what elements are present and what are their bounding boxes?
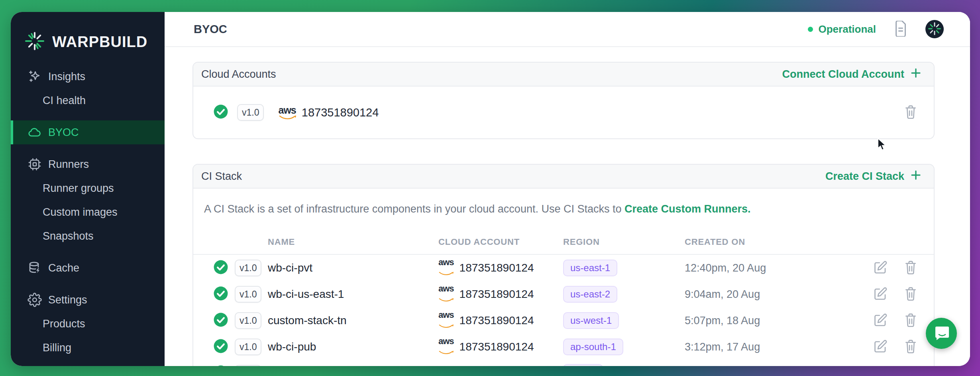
status-badge[interactable]: Operational	[808, 23, 876, 35]
region-badge: us-east-1	[563, 260, 617, 276]
version-badge: v1.0	[235, 286, 261, 303]
created-on: 12:40pm, 20 Aug	[685, 262, 870, 274]
created-on: 5:07pm, 18 Aug	[685, 315, 870, 327]
cloud-account-row: v1.0 aws 187351890124	[193, 87, 934, 138]
region-badge	[563, 364, 603, 366]
ci-stack-row: v1.0custom-stack-tnaws187351890124us-wes…	[193, 307, 934, 334]
version-badge: v1.0	[235, 260, 261, 276]
ci-stack-row: v1.0	[193, 360, 934, 366]
edit-stack-button[interactable]	[873, 287, 888, 302]
edit-icon	[873, 260, 888, 276]
ci-stack-description: A CI Stack is a set of infrastructure co…	[193, 189, 934, 216]
avatar[interactable]	[925, 20, 944, 38]
version-badge: v1.0	[237, 104, 264, 121]
plus-icon	[910, 169, 922, 184]
region-badge: ap-south-1	[563, 339, 623, 355]
cloud-account-id: 187351890124	[302, 106, 379, 119]
cloud-accounts-header: Cloud Accounts Connect Cloud Account	[193, 63, 934, 87]
chat-launcher-button[interactable]	[926, 318, 957, 349]
sidebar-item-cache[interactable]: Cache	[11, 256, 165, 280]
stack-name: wb-ci-us-east-1	[268, 288, 438, 301]
cloud-icon	[27, 125, 43, 140]
stack-account-id: 187351890124	[460, 288, 534, 301]
trash-icon	[903, 339, 918, 355]
aws-icon: aws	[438, 311, 454, 331]
region-badge: us-east-2	[563, 286, 617, 303]
app-window: WARPBUILD InsightsCI healthBYOCRunnersRu…	[11, 12, 970, 366]
connect-cloud-account-label: Connect Cloud Account	[782, 68, 904, 81]
created-on: 3:12pm, 17 Aug	[685, 341, 870, 353]
sidebar-item-settings[interactable]: Settings	[11, 288, 165, 312]
stack-account-id: 187351890124	[460, 262, 534, 274]
check-circle-icon	[213, 260, 235, 276]
sidebar-item-runners[interactable]: Runners	[11, 152, 165, 176]
edit-stack-button[interactable]	[873, 366, 888, 366]
ci-stack-title: CI Stack	[201, 170, 242, 183]
ci-stack-table-header: NAMECLOUD ACCOUNTREGIONCREATED ON	[193, 230, 934, 255]
create-custom-runners-link[interactable]: Create Custom Runners.	[625, 203, 751, 215]
version-badge: v1.0	[235, 365, 261, 366]
trash-icon	[903, 286, 918, 303]
region-badge: us-west-1	[563, 312, 619, 329]
cloud-accounts-title: Cloud Accounts	[201, 68, 276, 81]
ci-stack-header: CI Stack Create CI Stack	[193, 165, 934, 189]
page-title: BYOC	[194, 23, 227, 36]
create-ci-stack-label: Create CI Stack	[825, 170, 904, 183]
sidebar-item-custom-images[interactable]: Custom images	[11, 200, 165, 224]
create-ci-stack-button[interactable]: Create CI Stack	[825, 169, 922, 184]
connect-cloud-account-button[interactable]: Connect Cloud Account	[782, 67, 922, 82]
column-header: CREATED ON	[685, 237, 870, 247]
sidebar-item-byoc[interactable]: BYOC	[11, 120, 165, 144]
edit-stack-button[interactable]	[873, 339, 888, 355]
column-header: REGION	[563, 237, 685, 247]
delete-cloud-account-button[interactable]	[903, 104, 918, 121]
delete-stack-button[interactable]	[903, 339, 918, 355]
docs-button[interactable]	[894, 21, 908, 38]
sidebar-item-label: Runners	[48, 158, 89, 171]
ci-stack-row: v1.0wb-ci-pubaws187351890124ap-south-13:…	[193, 334, 934, 360]
sidebar-item-label: Custom images	[43, 206, 118, 219]
aws-icon: aws	[438, 284, 454, 304]
edit-stack-button[interactable]	[873, 260, 888, 276]
stack-account-id: 187351890124	[460, 314, 534, 327]
chat-bubble-icon	[933, 325, 950, 342]
check-circle-icon	[213, 339, 235, 355]
sidebar-item-label: Settings	[48, 294, 87, 306]
edit-stack-button[interactable]	[873, 313, 888, 329]
sidebar-item-label: BYOC	[48, 126, 79, 139]
sidebar-item-runner-groups[interactable]: Runner groups	[11, 176, 165, 200]
stack-name: custom-stack-tn	[268, 314, 438, 327]
document-icon	[894, 21, 908, 38]
sidebar-item-label: Snapshots	[43, 230, 94, 242]
edit-icon	[873, 366, 888, 366]
stack-cloud-account: aws187351890124	[438, 258, 563, 278]
status-label: Operational	[819, 23, 876, 35]
trash-icon	[903, 365, 918, 366]
sidebar-item-billing[interactable]: Billing	[11, 336, 165, 360]
delete-stack-button[interactable]	[903, 313, 918, 329]
sidebar-item-snapshots[interactable]: Snapshots	[11, 224, 165, 248]
sidebar-item-products[interactable]: Products	[11, 312, 165, 336]
sidebar: WARPBUILD InsightsCI healthBYOCRunnersRu…	[11, 12, 165, 366]
version-badge: v1.0	[235, 312, 261, 329]
ci-stack-table-body: v1.0wb-ci-pvtaws187351890124us-east-112:…	[193, 255, 934, 366]
delete-stack-button[interactable]	[903, 260, 918, 276]
version-badge: v1.0	[235, 339, 261, 355]
plus-icon	[910, 67, 922, 82]
sidebar-item-insights[interactable]: Insights	[11, 65, 165, 89]
warpbuild-logo-icon	[24, 31, 45, 53]
check-circle-icon	[213, 104, 228, 121]
content: Cloud Accounts Connect Cloud Account	[165, 47, 970, 366]
sidebar-item-ci-health[interactable]: CI health	[11, 89, 165, 112]
stack-account-id: 187351890124	[460, 341, 534, 353]
check-circle-icon	[213, 312, 235, 329]
trash-icon	[903, 104, 918, 121]
sidebar-item-label: Cache	[48, 262, 79, 274]
ci-stack-row: v1.0wb-ci-pvtaws187351890124us-east-112:…	[193, 255, 934, 281]
topbar-right: Operational	[808, 20, 944, 38]
aws-icon: aws	[438, 337, 454, 357]
delete-stack-button[interactable]	[903, 286, 918, 303]
stack-cloud-account: aws187351890124	[438, 311, 563, 331]
stack-name: wb-ci-pvt	[268, 262, 438, 274]
delete-stack-button[interactable]	[903, 365, 918, 366]
